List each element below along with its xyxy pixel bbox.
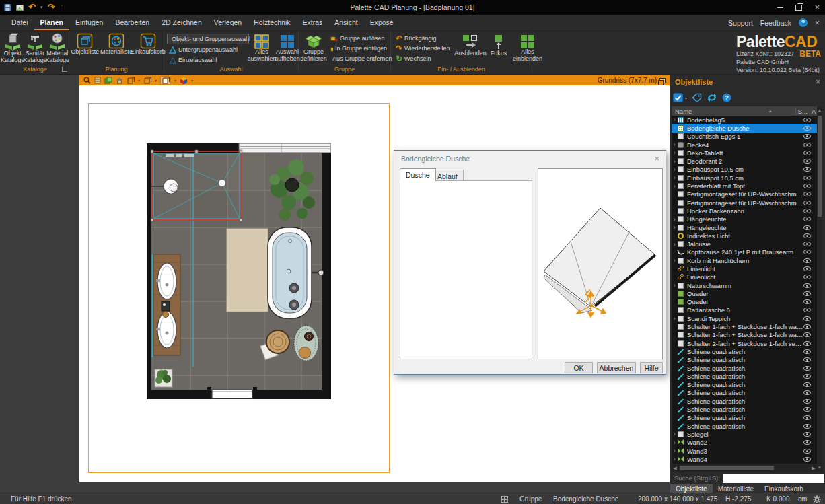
objekt-kataloge-button[interactable]: Objekt Kataloge	[1, 33, 24, 63]
expander-icon[interactable]: ›	[672, 149, 678, 156]
auswahl-aufheben-button[interactable]: Auswahl aufheben	[276, 34, 299, 62]
view-dropdown-icon[interactable]: ▾	[191, 78, 193, 83]
shower-3d-preview[interactable]	[538, 168, 663, 359]
menu-item[interactable]: Ansicht	[328, 15, 363, 30]
help-icon[interactable]: ?	[799, 18, 808, 27]
expander-icon[interactable]: ›	[672, 447, 678, 454]
ausblenden-button[interactable]: Ausblenden	[456, 34, 485, 57]
plant-small[interactable]	[155, 369, 172, 387]
iso-view-icon[interactable]	[127, 77, 135, 84]
list-item[interactable]: › Hängeleuchte	[672, 223, 817, 231]
untergruppenauswahl-button[interactable]: Untergruppenauswahl	[167, 45, 249, 55]
visibility-eye-icon[interactable]	[803, 448, 811, 454]
visibility-eye-icon[interactable]	[803, 233, 811, 239]
panel-tab[interactable]: Einkaufskorb	[759, 484, 809, 493]
objekt-gruppenauswahl-button[interactable]: Objekt- und Gruppenauswahl	[167, 34, 249, 44]
list-item[interactable]: Kopfbrause 240 1jet P mit Brausearm	[672, 248, 817, 256]
list-item[interactable]: › Scandi Teppich	[672, 314, 817, 322]
list-column-header[interactable]: Name ▲ S... A	[672, 106, 817, 116]
menu-item[interactable]: 2D Zeichnen	[155, 15, 208, 30]
scroll-down-icon[interactable]: ▼	[817, 464, 822, 471]
visibility-eye-icon[interactable]	[803, 249, 811, 255]
list-item[interactable]: Schiene quadratisch	[672, 347, 817, 355]
list-item[interactable]: › Bodenbelag5	[672, 116, 817, 124]
list-item[interactable]: Schiene quadratisch	[672, 372, 817, 380]
einzelauswahl-button[interactable]: Einzelauswahl	[167, 55, 249, 65]
column-name[interactable]: Name	[672, 108, 768, 115]
vscroll-thumb[interactable]	[818, 116, 822, 217]
list-item[interactable]: › Wand4	[672, 455, 817, 463]
list-item[interactable]: › Hängeleuchte	[672, 215, 817, 223]
expander-icon[interactable]: ›	[672, 439, 678, 446]
3d-cube-icon[interactable]	[180, 77, 188, 85]
menu-item[interactable]: Holztechnik	[248, 15, 296, 30]
list-item[interactable]: › Deko-Tablett	[672, 149, 817, 157]
expander-icon[interactable]: ›	[672, 282, 678, 289]
visibility-eye-icon[interactable]	[803, 175, 811, 181]
list-item[interactable]: › Bodengleiche Dusche	[672, 124, 817, 132]
expander-icon[interactable]: ›	[672, 241, 678, 248]
layers-icon[interactable]	[104, 77, 112, 84]
gruppe-aufloesen-button[interactable]: × Gruppe auflösen	[328, 34, 389, 43]
visibility-eye-icon[interactable]	[803, 456, 811, 462]
feedback-link[interactable]: Feedback	[760, 19, 791, 27]
refresh-icon[interactable]	[707, 93, 717, 102]
list-item[interactable]: › Wand3	[672, 447, 817, 455]
vertical-scrollbar[interactable]: ▲ ▼	[817, 106, 822, 472]
visibility-eye-icon[interactable]	[803, 439, 811, 445]
wiederherstellen-button[interactable]: ↷ Wiederherstellen	[394, 44, 453, 53]
menu-item[interactable]: Einfügen	[69, 15, 109, 30]
visibility-eye-icon[interactable]	[803, 324, 811, 330]
visibility-eye-icon[interactable]	[803, 291, 811, 297]
panel-tab[interactable]: Objektliste	[670, 484, 713, 493]
dialog-launcher-icon[interactable]	[62, 67, 67, 72]
list-item[interactable]: Schiene quadratisch	[672, 389, 817, 397]
expander-icon[interactable]: ›	[672, 224, 678, 231]
fokus-button[interactable]: Fokus	[489, 34, 509, 57]
list-item[interactable]: Fertigmontageset für UP-Waschtischmische…	[672, 199, 817, 207]
list-item[interactable]: Indirektes Licht	[672, 231, 817, 240]
visibility-eye-icon[interactable]	[803, 150, 811, 156]
panel-close-icon[interactable]: ×	[816, 77, 820, 87]
tray[interactable]	[294, 326, 318, 361]
expander-icon[interactable]: ›	[672, 141, 678, 148]
objektliste-button[interactable]: Objektliste	[69, 33, 100, 56]
ok-button[interactable]: OK	[565, 362, 593, 373]
zoom-icon[interactable]	[83, 77, 91, 84]
expander-icon[interactable]: ›	[672, 166, 678, 173]
visibility-eye-icon[interactable]	[803, 142, 811, 148]
expander-icon[interactable]: ›	[672, 116, 678, 123]
visibility-eye-icon[interactable]	[803, 415, 811, 421]
list-view-icon[interactable]	[94, 77, 101, 84]
scroll-left-icon[interactable]: ◀	[672, 464, 678, 472]
scroll-right-icon[interactable]: ▶	[810, 464, 817, 472]
expander-icon[interactable]: ›	[672, 174, 678, 181]
search-input[interactable]	[723, 474, 824, 483]
menu-item[interactable]: Datei	[5, 15, 34, 30]
visibility-eye-icon[interactable]	[803, 357, 811, 363]
einkaufskorb-button[interactable]: Einkaufskorb	[133, 33, 164, 56]
rueckgaengig-button[interactable]: ↶ Rückgängig	[394, 34, 453, 43]
floor-plan[interactable]	[147, 143, 331, 399]
menu-item[interactable]: Verlegen	[208, 15, 248, 30]
visibility-eye-icon[interactable]	[803, 225, 811, 231]
list-item[interactable]: › Naturschwamm	[672, 281, 817, 289]
visibility-eye-icon[interactable]	[803, 398, 811, 404]
materialliste-button[interactable]: Materialliste	[101, 33, 132, 56]
list-item[interactable]: Schiene quadratisch	[672, 364, 817, 372]
scroll-up-icon[interactable]: ▲	[817, 107, 822, 114]
visibility-eye-icon[interactable]	[803, 299, 811, 305]
tab-ablauf[interactable]: Ablauf	[431, 170, 464, 181]
material-kataloge-button[interactable]: Material Kataloge	[46, 33, 69, 63]
minimize-icon[interactable]	[777, 7, 783, 8]
visibility-eye-icon[interactable]	[803, 373, 811, 380]
list-item[interactable]: Hocker Backenzahn	[672, 207, 817, 215]
dialog-title-bar[interactable]: Bodengleiche Dusche ×	[394, 151, 666, 167]
expander-icon[interactable]: ›	[672, 315, 678, 322]
list-item[interactable]: Schalter 2-fach + Steckdose 1-fach senkr…	[672, 339, 817, 347]
list-item[interactable]: Schalter 1-fach + Steckdose 1-fach waagr…	[672, 322, 817, 330]
list-item[interactable]: › Spiegel	[672, 430, 817, 438]
restore-icon[interactable]	[795, 5, 802, 11]
list-item[interactable]: Schalter 1-fach + Steckdose 1-fach waagr…	[672, 331, 817, 339]
list-item[interactable]: › Einbauspot 10,5 cm	[672, 166, 817, 174]
